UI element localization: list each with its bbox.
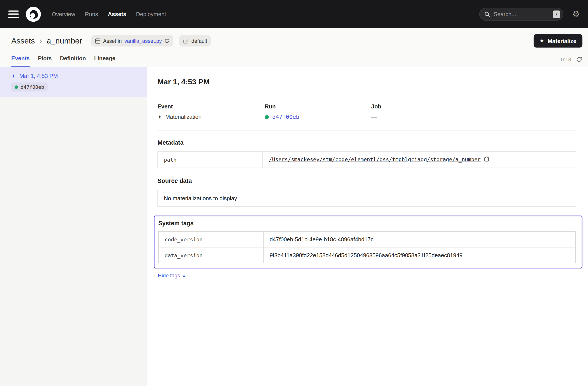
system-tags-table: code_version d47f00eb-5d1b-4e9e-b18c-489… bbox=[158, 231, 576, 263]
breadcrumb-current-asset: a_number bbox=[47, 37, 82, 45]
system-tag-value-code-version: d47f00eb-5d1b-4e9e-b18c-4896af4bd17c bbox=[264, 231, 575, 247]
sparkle-icon: ✦ bbox=[540, 38, 544, 44]
reload-definition-icon[interactable] bbox=[164, 38, 170, 43]
asset-definition-chip: Asset in vanilla_asset.py bbox=[91, 35, 173, 47]
breadcrumb: Assets › a_number Asset in vanilla_asset… bbox=[0, 28, 588, 47]
table-row: path /Users/smackesey/stm/code/elementl/… bbox=[158, 152, 576, 168]
event-facts: Event ✦ Materialization Run d47f00eb Job bbox=[157, 103, 576, 120]
table-row: code_version d47f00eb-5d1b-4e9e-b18c-489… bbox=[158, 231, 575, 247]
app: Overview Runs Assets Deployment / ⚙ Asse… bbox=[0, 0, 588, 386]
top-bar: Overview Runs Assets Deployment / ⚙ bbox=[0, 0, 588, 28]
nav-item-runs[interactable]: Runs bbox=[85, 11, 98, 17]
hamburger-menu-icon[interactable] bbox=[8, 10, 19, 18]
metadata-section: Metadata path /Users/smackesey/stm/code/… bbox=[157, 140, 576, 168]
search-input[interactable] bbox=[494, 11, 549, 17]
breadcrumb-chevron-icon: › bbox=[39, 36, 42, 46]
tabs: Events Plots Definition Lineage bbox=[11, 55, 116, 67]
group-layers-icon bbox=[183, 38, 189, 43]
fact-run: Run d47f00eb bbox=[265, 103, 371, 120]
metadata-heading: Metadata bbox=[157, 140, 576, 146]
main-nav: Overview Runs Assets Deployment bbox=[52, 11, 166, 17]
system-tag-key-data-version: data_version bbox=[158, 247, 263, 263]
refresh-icon[interactable] bbox=[576, 56, 583, 63]
dagster-logo-icon[interactable] bbox=[25, 6, 41, 22]
nav-item-assets[interactable]: Assets bbox=[108, 11, 126, 17]
refresh-area: 0:13 bbox=[561, 56, 582, 67]
search-box[interactable]: / bbox=[479, 8, 563, 20]
content: ✦ Mar 1, 4:53 PM d47f00eb Mar 1, 4:53 PM… bbox=[0, 67, 588, 386]
tab-plots[interactable]: Plots bbox=[38, 55, 52, 67]
materialize-button[interactable]: ✦ Materialize bbox=[533, 34, 582, 47]
fact-event-label: Event bbox=[157, 103, 265, 110]
tab-definition[interactable]: Definition bbox=[60, 55, 86, 67]
event-timestamp: Mar 1, 4:53 PM bbox=[20, 73, 58, 79]
run-status-dot bbox=[15, 85, 18, 89]
tab-lineage[interactable]: Lineage bbox=[94, 55, 115, 67]
source-data-section: Source data No materializations to displ… bbox=[157, 178, 576, 207]
run-status-dot bbox=[265, 115, 269, 119]
fact-event-value: Materialization bbox=[165, 114, 201, 120]
group-chip[interactable]: default bbox=[179, 35, 211, 47]
asset-file-link[interactable]: vanilla_asset.py bbox=[124, 38, 162, 44]
divider bbox=[157, 130, 576, 130]
event-list-item-selected[interactable]: ✦ Mar 1, 4:53 PM d47f00eb bbox=[0, 67, 147, 97]
system-tags-heading: System tags bbox=[158, 220, 576, 227]
search-icon bbox=[484, 11, 490, 17]
system-tag-value-data-version: 9f3b411a390fd22e158d446d5d12504963596aa6… bbox=[264, 247, 575, 263]
event-detail-title: Mar 1, 4:53 PM bbox=[157, 78, 576, 86]
fact-job-value: — bbox=[371, 114, 377, 120]
source-data-heading: Source data bbox=[157, 178, 576, 185]
run-id-link[interactable]: d47f00eb bbox=[272, 114, 299, 120]
copy-icon[interactable] bbox=[484, 156, 489, 163]
nav-item-overview[interactable]: Overview bbox=[52, 11, 75, 17]
run-id-label: d47f00eb bbox=[21, 84, 44, 90]
hide-tags-link[interactable]: Hide tags ▲ bbox=[158, 272, 186, 279]
fact-run-label: Run bbox=[265, 103, 371, 110]
fact-job: Job — bbox=[371, 103, 479, 120]
fact-event: Event ✦ Materialization bbox=[157, 103, 265, 120]
group-chip-label: default bbox=[191, 38, 207, 44]
divider bbox=[157, 94, 576, 94]
metadata-key-path: path bbox=[158, 152, 263, 168]
run-id-pill[interactable]: d47f00eb bbox=[11, 82, 47, 91]
table-row: data_version 9f3b411a390fd22e158d446d5d1… bbox=[158, 247, 575, 263]
asset-chip-prefix: Asset in bbox=[103, 38, 122, 44]
metadata-table: path /Users/smackesey/stm/code/elementl/… bbox=[157, 151, 576, 168]
page-header: Assets › a_number Asset in vanilla_asset… bbox=[0, 28, 588, 67]
event-detail-panel: Mar 1, 4:53 PM Event ✦ Materialization R… bbox=[147, 67, 588, 386]
search-shortcut-key: / bbox=[553, 10, 560, 18]
materialization-sparkle-icon: ✦ bbox=[11, 73, 16, 79]
caret-up-icon: ▲ bbox=[182, 274, 186, 277]
hide-tags-label: Hide tags bbox=[158, 272, 180, 279]
tabs-row: Events Plots Definition Lineage 0:13 bbox=[0, 48, 588, 67]
nav-item-deployment[interactable]: Deployment bbox=[136, 11, 166, 17]
system-tag-key-code-version: code_version bbox=[158, 231, 263, 247]
breadcrumb-assets-link[interactable]: Assets bbox=[11, 37, 35, 45]
source-data-empty-message: No materializations to display. bbox=[157, 190, 576, 206]
system-tags-section-highlighted: System tags code_version d47f00eb-5d1b-4… bbox=[154, 216, 582, 268]
materialize-button-label: Materialize bbox=[547, 38, 576, 44]
fact-job-label: Job bbox=[371, 103, 479, 110]
asset-table-icon bbox=[95, 38, 100, 43]
tab-events[interactable]: Events bbox=[11, 55, 30, 67]
refresh-timer: 0:13 bbox=[561, 57, 571, 62]
gear-icon[interactable]: ⚙ bbox=[572, 10, 580, 18]
event-list-sidebar: ✦ Mar 1, 4:53 PM d47f00eb bbox=[0, 67, 147, 386]
materialization-sparkle-icon: ✦ bbox=[157, 114, 162, 120]
metadata-path-link[interactable]: /Users/smackesey/stm/code/elementl/oss/t… bbox=[269, 156, 481, 162]
